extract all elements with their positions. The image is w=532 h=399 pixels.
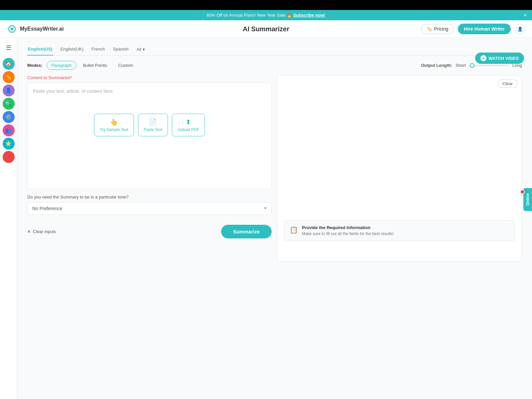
page-title: AI Summarizer bbox=[243, 25, 289, 33]
lang-tab-english-uk[interactable]: English(UK) bbox=[60, 45, 84, 56]
sidebar-item-home[interactable]: 🏠 bbox=[3, 58, 15, 70]
mode-paragraph-button[interactable]: Paragraph bbox=[47, 61, 77, 70]
text-input-area[interactable]: Paste your text, article, or content her… bbox=[27, 83, 272, 189]
pricing-button[interactable]: 🏷️ Pricing bbox=[421, 24, 454, 34]
language-tabs: English(US) English(UK) French Spanish A… bbox=[27, 45, 522, 56]
info-card-text: Make sure to fill out all the fields for… bbox=[302, 231, 394, 236]
upload-icon: ⬆ bbox=[186, 118, 191, 126]
info-card-content: Provide the Required Information Make su… bbox=[302, 225, 394, 236]
content-label-text: Content to Summarize bbox=[27, 75, 70, 80]
watch-video-label: WATCH VIDEO bbox=[488, 56, 519, 61]
clear-inputs-label: Clear inputs bbox=[33, 229, 56, 234]
length-track bbox=[469, 65, 509, 66]
tone-label: Do you need the Summary to be in a parti… bbox=[27, 195, 272, 200]
short-label: Short bbox=[456, 63, 466, 68]
sidebar-item-user[interactable]: 👤 bbox=[3, 84, 15, 96]
header: MyEssayWriter.ai AI Summarizer 🏷️ Pricin… bbox=[0, 20, 532, 38]
paste-icon: 📄 bbox=[149, 118, 157, 126]
length-thumb bbox=[470, 63, 474, 68]
sidebar: ☰ 🏠 ✏️ 👤 🔍 ⚙️ 👥 ⭐ ❓ bbox=[0, 38, 17, 399]
info-card: 📋 Provide the Required Information Make … bbox=[284, 220, 515, 241]
watch-video-button[interactable]: WATCH VIDEO bbox=[475, 53, 524, 64]
bottom-bar: ✕ Clear inputs Summarize bbox=[27, 221, 272, 238]
sidebar-item-edit[interactable]: ✏️ bbox=[3, 71, 15, 83]
left-panel: Content to Summarize* Paste your text, a… bbox=[27, 75, 272, 261]
paste-text-label: Paste Text bbox=[144, 127, 162, 132]
content-label: Content to Summarize* bbox=[27, 75, 272, 80]
info-card-icon: 📋 bbox=[290, 226, 298, 234]
required-marker: * bbox=[70, 75, 72, 80]
clear-inputs-button[interactable]: ✕ Clear inputs bbox=[27, 229, 56, 234]
try-sample-text-button[interactable]: 👆 Try Sample Text bbox=[94, 114, 134, 136]
mode-bullet-points-button[interactable]: Bullet Points bbox=[78, 61, 112, 70]
svg-point-2 bbox=[11, 28, 13, 30]
sidebar-item-star[interactable]: ⭐ bbox=[3, 138, 15, 150]
right-panel: Clear 📋 Provide the Required Information… bbox=[277, 75, 522, 261]
paste-text-button[interactable]: 📄 Paste Text bbox=[138, 114, 168, 136]
tone-select[interactable]: No Preference Formal Informal Academic C… bbox=[27, 202, 272, 215]
online-dot bbox=[520, 190, 525, 194]
lang-tab-all[interactable]: All ▾ bbox=[136, 45, 145, 55]
sidebar-item-help[interactable]: ❓ bbox=[3, 151, 15, 163]
chevron-down-icon: ▾ bbox=[143, 47, 145, 52]
modes-label: Modes: bbox=[27, 63, 43, 68]
length-slider[interactable] bbox=[469, 65, 509, 66]
clear-output-button[interactable]: Clear bbox=[497, 79, 518, 88]
user-icon: 👤 bbox=[517, 27, 523, 32]
sample-text-icon: 👆 bbox=[110, 118, 118, 126]
play-icon bbox=[480, 55, 486, 61]
pricing-icon: 🏷️ bbox=[427, 26, 432, 32]
logo[interactable]: MyEssayWriter.ai bbox=[7, 24, 64, 34]
lang-tab-spanish[interactable]: Spanish bbox=[112, 45, 129, 56]
textarea-placeholder: Paste your text, article, or content her… bbox=[33, 88, 266, 94]
close-announcement-button[interactable]: × bbox=[524, 12, 527, 18]
sidebar-item-settings[interactable]: ⚙️ bbox=[3, 111, 15, 123]
app-layout: ☰ 🏠 ✏️ 👤 🔍 ⚙️ 👥 ⭐ ❓ English(US) English(… bbox=[0, 38, 532, 399]
modes-left: Modes: Paragraph Bullet Points Custom bbox=[27, 61, 138, 70]
tone-section: Do you need the Summary to be in a parti… bbox=[27, 195, 272, 215]
textarea-actions: 👆 Try Sample Text 📄 Paste Text ⬆ Upload … bbox=[33, 114, 266, 136]
logo-text: MyEssayWriter.ai bbox=[20, 26, 64, 32]
announcement-bar: 60% Off on Annual Plans! New Year Sale.🔥… bbox=[0, 10, 532, 20]
mode-custom-button[interactable]: Custom bbox=[113, 61, 138, 70]
sidebar-item-users[interactable]: 👥 bbox=[3, 124, 15, 136]
clear-inputs-icon: ✕ bbox=[27, 229, 31, 234]
sidebar-item-search[interactable]: 🔍 bbox=[3, 98, 15, 110]
lang-tab-english-us[interactable]: English(US) bbox=[27, 45, 53, 56]
lang-tab-french[interactable]: French bbox=[91, 45, 105, 56]
hire-human-writer-button[interactable]: Hire Human Writer bbox=[458, 24, 511, 34]
user-avatar-button[interactable]: 👤 bbox=[515, 24, 525, 34]
sidebar-item-menu[interactable]: ☰ bbox=[3, 42, 15, 54]
all-tab-label: All bbox=[136, 47, 141, 52]
output-length-label: Output Length: bbox=[421, 63, 452, 68]
upload-pdf-label: Upload PDF bbox=[178, 127, 199, 132]
modes-row: Modes: Paragraph Bullet Points Custom Ou… bbox=[27, 61, 522, 70]
announcement-text: 60% Off on Annual Plans! New Year Sale.🔥 bbox=[207, 13, 292, 18]
try-sample-label: Try Sample Text bbox=[100, 127, 128, 132]
summarize-button[interactable]: Summarize bbox=[221, 225, 272, 238]
content-columns: Content to Summarize* Paste your text, a… bbox=[27, 75, 522, 261]
subscribe-link[interactable]: Subscribe now! bbox=[293, 13, 326, 18]
top-black-bar bbox=[0, 0, 532, 10]
info-card-title: Provide the Required Information bbox=[302, 225, 394, 230]
header-actions: 🏷️ Pricing Hire Human Writer 👤 bbox=[421, 24, 525, 34]
main-content: English(US) English(UK) French Spanish A… bbox=[17, 38, 532, 399]
logo-icon bbox=[7, 24, 17, 34]
pricing-label: Pricing bbox=[434, 26, 449, 32]
upload-pdf-button[interactable]: ⬆ Upload PDF bbox=[172, 114, 205, 136]
